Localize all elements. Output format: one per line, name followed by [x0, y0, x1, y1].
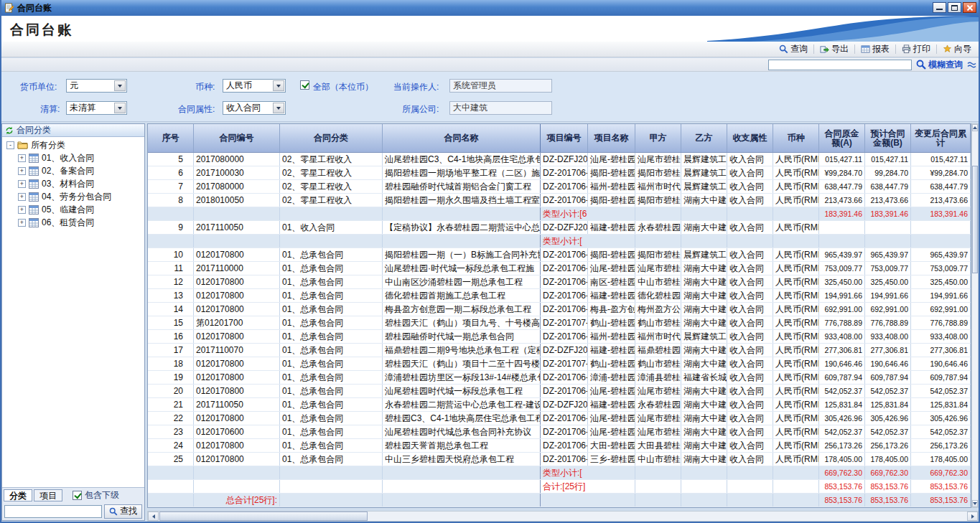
horizontal-scroll-thumb[interactable]	[159, 512, 368, 521]
dropdown-arrow-icon[interactable]	[273, 103, 284, 113]
table-row[interactable]: 15第0120170001、总承包合同碧桂园天汇（鹤山）项目九号、十号楼高DZ-…	[148, 316, 971, 330]
table-row[interactable]: 12012017080001、总承包合同中山南区沙涌碧桂园一期总承包工程DZ-2…	[148, 275, 971, 289]
column-header[interactable]: 合同分类	[280, 124, 383, 152]
dropdown-arrow-icon[interactable]	[114, 80, 126, 91]
table-row[interactable]: 9201711005001、收入合同【定稿协议】永春碧桂园二期营运中心总DZ-D…	[148, 221, 971, 235]
table-row[interactable]: 10012017080001、总承包合同揭阳碧桂园一期（一）B标施工合同补充协D…	[148, 248, 971, 262]
column-header[interactable]: 项目编号	[541, 124, 588, 152]
query-button[interactable]: 查询	[775, 42, 812, 56]
collapse-icon[interactable]: -	[6, 141, 14, 149]
tree-item[interactable]: + 05、临建合同	[2, 203, 144, 216]
table-row[interactable]: 24012017080001、总承包合同碧桂园天誉首期总承包工程DZ-20170…	[148, 439, 971, 453]
column-header[interactable]: 预计合同金额(B)	[865, 124, 911, 152]
vertical-scrollbar[interactable]	[971, 123, 979, 508]
tree-search-input[interactable]	[4, 505, 102, 518]
table-row[interactable]: 13012017080001、总承包合同德化碧桂园首期施工总承包工程DZ-201…	[148, 289, 971, 303]
table-row[interactable]: 7201708000002、零星工程收入碧桂园融侨时代城首期铝合金门窗工程DZ-…	[148, 180, 971, 194]
dropdown-arrow-icon[interactable]	[114, 103, 126, 113]
include-sub-wrap: 包含下级	[73, 489, 119, 501]
table-cell	[727, 207, 773, 220]
horizontal-scrollbar[interactable]	[147, 511, 979, 522]
column-header[interactable]: 序号	[148, 124, 194, 152]
report-button[interactable]: 报表	[857, 42, 894, 56]
scroll-down-arrow[interactable]	[972, 500, 978, 507]
contract-attr-select[interactable]: 收入合同	[223, 101, 286, 115]
tree-item[interactable]: + 03、材料合同	[2, 177, 144, 190]
table-row[interactable]: 19012017080001、总承包合同漳浦碧桂园坊里区一标段13#-14#楼总…	[148, 371, 971, 385]
table-cell: 福鼎碧桂园	[635, 344, 681, 357]
expand-icon[interactable]: +	[18, 154, 26, 162]
table-row[interactable]: 20012017080001、总承包合同汕尾碧桂园时代城一标段总承包工程DZ-2…	[148, 385, 971, 398]
all-base-currency-checkbox[interactable]	[300, 80, 309, 90]
currency-unit-select[interactable]: 元	[66, 79, 127, 93]
minimize-button[interactable]	[933, 2, 946, 13]
table-row[interactable]: 18012017080001、总承包合同碧桂园天汇（鹤山）项目十二至十四号楼DZ…	[148, 357, 971, 371]
tree-item[interactable]: + 06、租赁合同	[2, 216, 144, 229]
table-row[interactable]: 类型小计:[669,762.30669,762.30669,762.30	[148, 466, 971, 480]
table-row[interactable]: 5201708000002、零星工程收入汕尾碧桂园C3、C4-1地块高层住宅总承…	[148, 153, 971, 166]
table-row[interactable]: 合计:[25行]853,153.76853,153.76853,153.76	[148, 480, 971, 494]
fuzzy-query-button[interactable]: 模糊查询	[916, 59, 963, 71]
table-cell: 类型小计:[6	[541, 207, 635, 220]
table-cell: 2017110050	[194, 398, 280, 411]
table-row[interactable]: 17201711007001、总承包合同福鼎碧桂园二期9号地块总承包工程（定稿D…	[148, 344, 971, 357]
wizard-button[interactable]: 向导	[938, 42, 976, 56]
tab-project[interactable]: 项目	[34, 489, 62, 501]
currency-select[interactable]: 人民币	[223, 79, 286, 93]
table-row[interactable]: 23012017060001、总承包合同汕尾碧桂园时代城总承包合同补充协议DZ-…	[148, 425, 971, 439]
table-cell: 湖南大中建	[681, 385, 727, 397]
print-button[interactable]: 打印	[897, 42, 935, 56]
table-row[interactable]: 总合计[25行]:853,153.76853,153.76853,153.76	[148, 494, 971, 507]
collapse-panel-icon[interactable]	[967, 61, 976, 69]
column-header[interactable]: 收支属性	[727, 124, 773, 152]
table-row[interactable]: 6201710003002、零星工程收入揭阳碧桂园一期场地平整工程（二区）施DZ…	[148, 166, 971, 180]
table-row[interactable]: 14012017080001、总承包合同梅县盈方创意园一期二标段总承包工程DZ-…	[148, 303, 971, 316]
tree-item[interactable]: + 01、收入合同	[2, 151, 144, 164]
table-row[interactable]: 8201801005002、零星工程收入揭阳碧桂园一期永久围墙及挡土墙工程室DZ…	[148, 194, 971, 207]
column-header[interactable]: 变更后合同累计	[911, 124, 971, 152]
table-row[interactable]: 22012017080001、总承包合同碧桂园C3、C4-1地块高层住宅总承包工…	[148, 412, 971, 425]
table-row[interactable]: 21201711005001、总承包合同永春碧桂园二期营运中心总承包工程-建设D…	[148, 398, 971, 412]
sidebar-header: 合同分类	[2, 124, 144, 137]
table-row[interactable]: 25012017080001、总承包合同中山三乡碧桂园天悦府总承包工程DZ-20…	[148, 453, 971, 466]
refresh-icon[interactable]	[5, 126, 14, 135]
scroll-left-arrow[interactable]	[148, 512, 159, 521]
table-row[interactable]: 16012017080001、总承包合同碧桂园融侨时代城一期总承包合同DZ-20…	[148, 330, 971, 344]
column-header[interactable]: 合同原金额(A)	[819, 124, 865, 152]
column-header[interactable]: 合同名称	[383, 124, 541, 152]
expand-icon[interactable]: +	[18, 219, 26, 227]
close-button[interactable]	[963, 2, 976, 13]
expand-icon[interactable]: +	[18, 206, 26, 214]
column-header[interactable]: 币种	[773, 124, 819, 152]
table-row[interactable]: 类型小计:[	[148, 235, 971, 248]
column-header[interactable]: 项目名称	[588, 124, 635, 152]
vertical-scroll-thumb[interactable]	[972, 166, 978, 273]
export-button[interactable]: 导出	[816, 42, 853, 56]
column-header[interactable]: 乙方	[681, 124, 727, 152]
expand-icon[interactable]: +	[18, 167, 26, 175]
dropdown-arrow-icon[interactable]	[273, 80, 284, 91]
table-row[interactable]: 11201711000001、总承包合同汕尾碧桂园·时代城一标段总承包工程施DZ…	[148, 262, 971, 275]
find-button[interactable]: 查找	[104, 504, 142, 519]
column-header[interactable]: 合同编号	[194, 124, 280, 152]
scroll-up-arrow[interactable]	[972, 124, 978, 131]
scroll-right-arrow[interactable]	[967, 512, 978, 521]
title-bar[interactable]: 合同台账	[0, 0, 980, 16]
restore-button[interactable]	[948, 2, 961, 13]
column-header[interactable]: 甲方	[635, 124, 681, 152]
table-cell: 01、总承包合同	[280, 425, 383, 438]
settle-select[interactable]: 未清算	[66, 101, 127, 115]
table-row[interactable]: 类型小计:[6183,391.46183,391.46183,391.46	[148, 207, 971, 221]
tab-category[interactable]: 分类	[4, 489, 32, 501]
expand-icon[interactable]: +	[18, 193, 26, 201]
tree-root[interactable]: - 所有分类	[2, 138, 144, 151]
tree-item[interactable]: + 04、劳务分包合同	[2, 190, 144, 203]
search-input[interactable]	[768, 60, 912, 70]
table-cell: 965,439.97	[865, 248, 911, 261]
tree-item[interactable]: + 02、备案合同	[2, 164, 144, 177]
include-sub-checkbox[interactable]	[73, 491, 82, 500]
table-cell: 湖南大中建	[681, 303, 727, 316]
table-cell: 776,788.89	[865, 316, 911, 329]
table-cell	[773, 466, 819, 479]
expand-icon[interactable]: +	[18, 180, 26, 188]
